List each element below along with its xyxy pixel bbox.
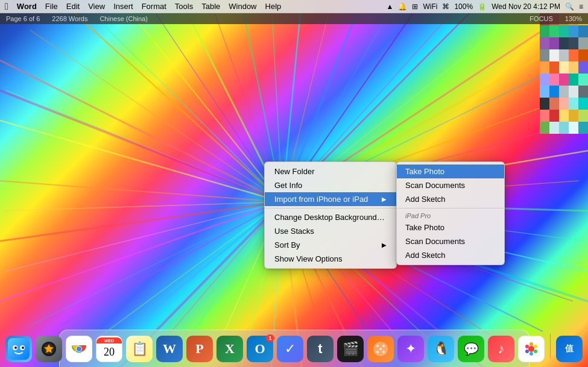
- svg-point-77: [534, 350, 537, 353]
- powerpoint-letter: P: [195, 341, 203, 357]
- context-menu: New Folder Get Info Import from iPhone o…: [264, 162, 397, 269]
- dock-finder[interactable]: [5, 336, 32, 362]
- search-icon[interactable]: ⊞: [412, 2, 418, 11]
- claquette-icon: 🎬: [343, 341, 359, 357]
- svg-line-56: [0, 90, 282, 202]
- app-name-menu[interactable]: Word: [17, 2, 37, 11]
- svg-point-75: [530, 342, 533, 346]
- sub-take-photo-1[interactable]: Take Photo: [397, 165, 504, 178]
- sub-scan-docs-1[interactable]: Scan Documents: [397, 178, 504, 192]
- dock-photos[interactable]: [518, 336, 545, 362]
- ctx-change-bg-label: Change Desktop Background…: [274, 213, 385, 222]
- bell-icon: 🔔: [398, 2, 407, 11]
- file-menu[interactable]: File: [45, 2, 58, 11]
- dock-claquette[interactable]: 🎬: [337, 336, 364, 362]
- battery-icon: 🔋: [478, 2, 487, 11]
- svg-line-26: [0, 121, 282, 202]
- qq-icon: 🐧: [433, 341, 449, 357]
- zoom-level: 130%: [565, 15, 582, 22]
- ctx-sort-by-label: Sort By: [274, 240, 300, 249]
- svg-point-61: [22, 347, 24, 349]
- dock-qq[interactable]: 🐧: [428, 336, 454, 362]
- outlook-letter: O: [254, 341, 265, 357]
- language: Chinese (China): [100, 15, 147, 22]
- bluetooth-icon: ⌘: [442, 2, 449, 11]
- svg-line-0: [0, 60, 282, 202]
- desktop:  Word File Edit View Insert Format Tool…: [0, 0, 588, 367]
- ctx-use-stacks-label: Use Stacks: [274, 227, 314, 236]
- window-menu[interactable]: Window: [229, 2, 256, 11]
- dock-notes[interactable]: 📋: [126, 336, 153, 362]
- finder-face-icon: [8, 338, 30, 360]
- ctx-new-folder[interactable]: New Folder: [265, 165, 396, 178]
- svg-point-80: [525, 345, 529, 348]
- date-time: Wed Nov 20 4:12 PM: [492, 2, 560, 11]
- insert-menu[interactable]: Insert: [113, 2, 133, 11]
- dock-chrome[interactable]: [66, 336, 92, 362]
- tools-menu[interactable]: Tools: [175, 2, 193, 11]
- dock-todo[interactable]: ✓: [277, 336, 303, 362]
- svg-point-79: [525, 350, 529, 353]
- table-menu[interactable]: Table: [201, 2, 220, 11]
- svg-point-69: [376, 345, 379, 347]
- dock-outlook[interactable]: O 1: [247, 336, 273, 362]
- dock-separator: [550, 334, 551, 358]
- dock-music[interactable]: ♪: [488, 336, 514, 362]
- sub-take-photo-2[interactable]: Take Photo: [397, 221, 504, 234]
- svg-line-1: [60, 0, 282, 202]
- todo-icon: ✓: [285, 341, 296, 357]
- dock-calendar[interactable]: WED 20: [96, 336, 122, 362]
- menubar:  Word File Edit View Insert Format Tool…: [0, 0, 588, 13]
- wechat-icon: 💬: [464, 342, 479, 356]
- dock-wechat[interactable]: 💬: [458, 336, 484, 362]
- menubar-right: ▲ 🔔 ⊞ WiFi ⌘ 100% 🔋 Wed Nov 20 4:12 PM 🔍…: [387, 2, 583, 11]
- sub-add-sketch-2[interactable]: Add Sketch: [397, 248, 504, 262]
- edit-menu[interactable]: Edit: [66, 2, 80, 11]
- dock-mango[interactable]: [367, 336, 394, 362]
- ctx-change-bg[interactable]: Change Desktop Background…: [265, 210, 396, 224]
- view-menu[interactable]: View: [88, 2, 105, 11]
- help-menu[interactable]: Help: [265, 2, 282, 11]
- sub-scan-docs-2[interactable]: Scan Documents: [397, 234, 504, 248]
- focus-mode: FOCUS: [530, 15, 553, 22]
- svg-point-74: [528, 346, 534, 352]
- ctx-new-folder-label: New Folder: [274, 167, 314, 176]
- tumblr-letter: t: [318, 341, 322, 357]
- ctx-get-info[interactable]: Get Info: [265, 178, 396, 192]
- battery-level: 100%: [454, 2, 473, 11]
- sub-separator: [397, 208, 504, 209]
- wifi-icon: WiFi: [423, 2, 437, 11]
- photos-icon: [522, 340, 540, 358]
- excel-letter: X: [225, 341, 235, 357]
- zhihu-text: 值: [565, 343, 574, 354]
- sub-add-sketch-1[interactable]: Add Sketch: [397, 192, 504, 206]
- format-menu[interactable]: Format: [142, 2, 166, 11]
- ctx-use-stacks[interactable]: Use Stacks: [265, 224, 396, 238]
- svg-point-78: [530, 352, 533, 356]
- apple-menu[interactable]: : [5, 1, 8, 12]
- dock-zhihu[interactable]: 值: [556, 336, 583, 362]
- notification-icon[interactable]: ≡: [579, 2, 583, 11]
- mango-icon: [372, 340, 389, 357]
- dock-launchpad[interactable]: [36, 336, 62, 362]
- menubar-left:  Word File Edit View Insert Format Tool…: [5, 1, 387, 12]
- dock-word[interactable]: W: [156, 336, 183, 362]
- ctx-import-label: Import from iPhone or iPad: [274, 195, 368, 204]
- ctx-sort-by[interactable]: Sort By ▶: [265, 238, 396, 252]
- dock-tumblr[interactable]: t: [307, 336, 334, 362]
- spotlight-icon[interactable]: 🔍: [565, 2, 574, 11]
- svg-line-22: [60, 202, 282, 325]
- word-count: 2268 Words: [52, 15, 87, 22]
- dock: WED 20 📋 W P: [0, 326, 588, 367]
- dock-excel[interactable]: X: [217, 336, 243, 362]
- dock-rocket[interactable]: ✦: [397, 336, 424, 362]
- ctx-import-arrow: ▶: [382, 196, 387, 202]
- dock-powerpoint[interactable]: P: [186, 336, 213, 362]
- svg-point-71: [376, 351, 379, 353]
- svg-point-70: [382, 345, 385, 347]
- ctx-import-iphone[interactable]: Import from iPhone or iPad ▶: [265, 192, 396, 206]
- ctx-sort-arrow: ▶: [382, 242, 387, 248]
- svg-point-72: [382, 351, 385, 353]
- ctx-show-view[interactable]: Show View Options: [265, 252, 396, 266]
- svg-point-76: [534, 345, 537, 348]
